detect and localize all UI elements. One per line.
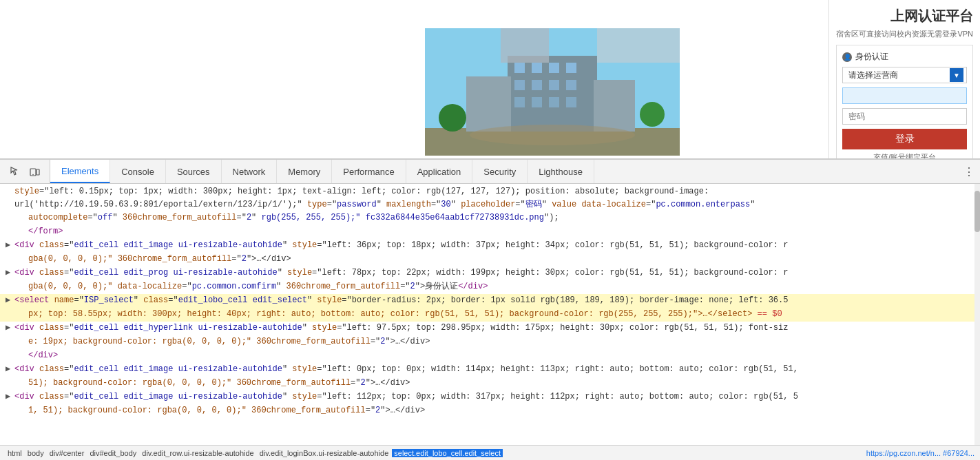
code-line-2: autocomplete="off" 360chrome_form_autofi… <box>0 211 980 225</box>
select-dropdown-icon: ▼ <box>950 68 963 82</box>
svg-rect-21 <box>597 28 680 63</box>
isp-select[interactable]: 请选择运营商 <box>842 67 967 83</box>
devtools-content: style="left: 0.15px; top: 1px; width: 30… <box>0 184 980 445</box>
portal-panel: 上网认证平台 宿舍区可直接访问校内资源无需登录VPN 👤 身份认证 请选择运营商… <box>828 0 980 158</box>
expand-arrow-8[interactable]: ▶ <box>6 294 12 307</box>
breadcrumb-body[interactable]: body <box>25 449 46 457</box>
register-link[interactable]: 充值/账号绑定平台 <box>842 152 967 158</box>
portal-subtitle: 宿舍区可直接访问校内资源无需登录VPN <box>836 29 973 39</box>
code-line-14: 51); background-color: rgba(0, 0, 0, 0);… <box>0 377 980 390</box>
login-button[interactable]: 登录 <box>842 129 967 149</box>
username-input[interactable] <box>842 87 967 104</box>
breadcrumb-edit-body[interactable]: div#edit_body <box>87 449 138 457</box>
svg-rect-16 <box>594 80 635 132</box>
toolbar-icons <box>0 160 50 183</box>
svg-rect-8 <box>532 80 542 90</box>
svg-rect-11 <box>514 97 525 107</box>
svg-rect-4 <box>532 63 542 73</box>
tab-security[interactable]: Security <box>472 160 528 183</box>
auth-header-label: 身份认证 <box>855 51 888 63</box>
svg-rect-20 <box>501 28 549 63</box>
svg-point-17 <box>439 104 466 132</box>
breadcrumb-center[interactable]: div#center <box>48 449 87 457</box>
code-line-9: px; top: 58.55px; width: 300px; height: … <box>0 308 980 322</box>
code-line-6: ▶ <div class="edit_cell edit_prog ui-res… <box>0 266 980 280</box>
code-line-10: ▶ <div class="edit_cell edit_hyperlink u… <box>0 322 980 335</box>
breadcrumb-edit-row[interactable]: div.edit_row.ui-resizable-autohide <box>140 449 256 457</box>
svg-point-24 <box>32 174 34 176</box>
tab-application[interactable]: Application <box>406 160 473 183</box>
svg-point-18 <box>640 102 665 127</box>
breadcrumb-html[interactable]: html <box>6 449 24 457</box>
expand-arrow-10[interactable]: ▶ <box>6 322 12 335</box>
scroll-bar[interactable] <box>974 184 980 445</box>
svg-rect-15 <box>466 76 511 132</box>
svg-rect-14 <box>566 97 576 107</box>
svg-rect-5 <box>549 63 559 73</box>
svg-rect-12 <box>532 97 542 107</box>
expand-arrow-15[interactable]: ▶ <box>6 390 12 404</box>
code-line-4: ▶ <div class="edit_cell edit_image ui-re… <box>0 239 980 253</box>
code-line-7: gba(0, 0, 0, 0);" data-localize="pc.comm… <box>0 280 980 294</box>
auth-icon: 👤 <box>842 52 852 62</box>
devtools-tabs: Elements Console Sources Network Memory … <box>50 160 958 183</box>
svg-rect-10 <box>566 80 576 90</box>
tab-sources[interactable]: Sources <box>166 160 222 183</box>
breadcrumb-bar: html body div#center div#edit_body div.e… <box>0 445 980 460</box>
breadcrumb-select[interactable]: select.edit_lobo_cell.edit_select <box>392 449 503 457</box>
code-line-16: 1, 51); background-color: rgba(0, 0, 0, … <box>0 404 980 418</box>
code-line-8[interactable]: ▶ <select name="ISP_select" class="edit_… <box>0 294 980 308</box>
auth-box: 👤 身份认证 请选择运营商 ▼ 登录 充值/账号绑定平台 <box>836 45 973 158</box>
breadcrumb-login-box[interactable]: div.edit_loginBox.ui-resizable-autohide <box>258 449 391 457</box>
scroll-thumb[interactable] <box>974 191 980 232</box>
code-line-3: </form> <box>0 225 980 239</box>
code-panel: style="left: 0.15px; top: 1px; width: 30… <box>0 184 980 445</box>
element-picker-button[interactable] <box>6 162 25 181</box>
expand-arrow-4[interactable]: ▶ <box>6 239 12 252</box>
svg-rect-23 <box>37 169 39 175</box>
code-line-12: </div> <box>0 349 980 363</box>
tab-lighthouse[interactable]: Lighthouse <box>528 160 594 183</box>
devtools-panel: Elements Console Sources Network Memory … <box>0 158 980 460</box>
svg-rect-6 <box>566 63 576 73</box>
code-line-11: e: 19px; background-color: rgba(0, 0, 0,… <box>0 335 980 349</box>
devtools-toolbar: Elements Console Sources Network Memory … <box>0 160 980 184</box>
expand-arrow-13[interactable]: ▶ <box>6 363 12 376</box>
device-toolbar-button[interactable] <box>25 162 44 181</box>
svg-point-19 <box>470 125 635 145</box>
tab-network[interactable]: Network <box>222 160 278 183</box>
code-line-15: ▶ <div class="edit_cell edit_image ui-re… <box>0 390 980 404</box>
svg-rect-9 <box>549 80 559 90</box>
code-line-13: ▶ <div class="edit_cell edit_image ui-re… <box>0 363 980 377</box>
expand-arrow-6[interactable]: ▶ <box>6 266 12 280</box>
portal-title: 上网认证平台 <box>836 7 973 25</box>
webpage-content <box>0 0 828 158</box>
code-text: style="left: 0.15px; top: 1px; width: 30… <box>14 185 974 211</box>
code-line-5: gba(0, 0, 0, 0);" 360chrome_form_autofil… <box>0 253 980 266</box>
svg-rect-7 <box>514 80 525 90</box>
status-url: https://pg.czon.net/n... #67924... <box>866 449 974 457</box>
tab-memory[interactable]: Memory <box>277 160 332 183</box>
code-line-1: style="left: 0.15px; top: 1px; width: 30… <box>0 185 980 211</box>
auth-header: 👤 身份认证 <box>842 51 967 63</box>
tab-performance[interactable]: Performance <box>332 160 406 183</box>
tab-elements[interactable]: Elements <box>50 160 110 183</box>
more-tabs-button[interactable]: ⋮ <box>958 160 980 183</box>
svg-rect-3 <box>514 63 525 73</box>
webpage-area: 上网认证平台 宿舍区可直接访问校内资源无需登录VPN 👤 身份认证 请选择运营商… <box>0 0 980 158</box>
tab-console[interactable]: Console <box>110 160 166 183</box>
isp-select-wrapper[interactable]: 请选择运营商 ▼ <box>842 67 967 83</box>
svg-rect-13 <box>549 97 559 107</box>
building-image <box>425 28 680 156</box>
password-input[interactable] <box>842 108 967 125</box>
